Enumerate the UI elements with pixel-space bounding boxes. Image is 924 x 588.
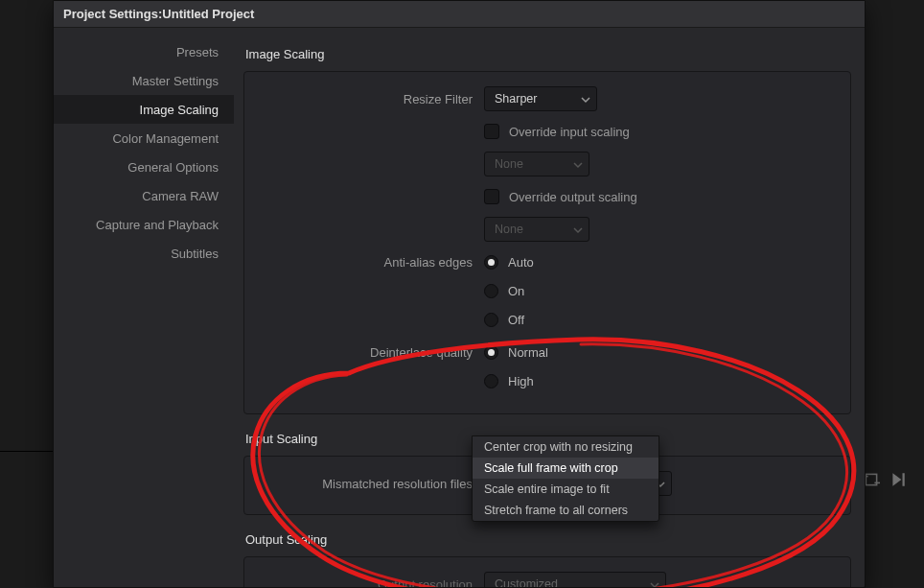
radio-label-deinterlace-high: High xyxy=(508,374,534,388)
chevron-down-icon xyxy=(573,225,581,233)
label-override-output-scaling: Override output scaling xyxy=(509,190,637,204)
skip-next-icon[interactable] xyxy=(889,471,907,488)
sidebar: Presets Master Settings Image Scaling Co… xyxy=(54,28,234,587)
svg-marker-3 xyxy=(892,473,901,486)
radio-label-anti-alias-on: On xyxy=(508,284,524,298)
dropdown-item-scale-fit[interactable]: Scale entire image to fit xyxy=(473,479,658,500)
panel-output-scaling: Output resolution Customized For 1080 xyxy=(243,556,851,587)
label-output-resolution: Output resolution xyxy=(258,577,484,588)
svg-rect-4 xyxy=(903,473,905,486)
project-settings-dialog: Project Settings: Untitled Project Prese… xyxy=(53,0,866,588)
main-panel: Image Scaling Resize Filter Sharper xyxy=(234,28,865,587)
radio-anti-alias-off[interactable] xyxy=(484,313,498,327)
label-anti-alias-edges: Anti-alias edges xyxy=(258,255,484,270)
radio-label-deinterlace-normal: Normal xyxy=(508,345,548,360)
chevron-down-icon xyxy=(581,95,589,103)
radio-anti-alias-auto[interactable] xyxy=(484,255,498,270)
dropdown-item-scale-full-crop[interactable]: Scale full frame with crop xyxy=(473,458,658,479)
radio-label-anti-alias-off: Off xyxy=(508,313,524,327)
label-mismatched-resolution: Mismatched resolution files xyxy=(258,477,484,491)
titlebar-prefix: Project Settings: xyxy=(63,7,162,21)
select-override-input-scaling: None xyxy=(484,152,589,176)
sidebar-item-general-options[interactable]: General Options xyxy=(54,153,234,181)
radio-anti-alias-on[interactable] xyxy=(484,284,498,298)
dropdown-item-stretch[interactable]: Stretch frame to all corners xyxy=(473,500,658,521)
sidebar-item-camera-raw[interactable]: Camera RAW xyxy=(54,181,234,210)
sidebar-item-capture-playback[interactable]: Capture and Playback xyxy=(54,210,234,239)
radio-deinterlace-high[interactable] xyxy=(484,374,498,388)
chevron-down-icon xyxy=(573,160,581,168)
sidebar-item-color-management[interactable]: Color Management xyxy=(54,124,234,153)
chevron-down-icon xyxy=(650,580,658,587)
titlebar-project-name: Untitled Project xyxy=(162,7,254,21)
section-title-output-scaling: Output Scaling xyxy=(245,532,851,547)
select-override-output-scaling: None xyxy=(484,217,589,242)
panel-image-scaling: Resize Filter Sharper Override in xyxy=(243,71,851,414)
dropdown-mismatched-resolution[interactable]: Center crop with no resizing Scale full … xyxy=(472,435,659,522)
radio-deinterlace-normal[interactable] xyxy=(484,345,498,360)
dialog-titlebar: Project Settings: Untitled Project xyxy=(54,1,865,28)
sidebar-item-presets[interactable]: Presets xyxy=(54,37,234,66)
label-override-input-scaling: Override input scaling xyxy=(509,125,630,139)
radio-label-anti-alias-auto: Auto xyxy=(508,255,534,270)
select-output-resolution[interactable]: Customized xyxy=(484,572,666,587)
label-deinterlace-quality: Deinterlace quality xyxy=(258,345,484,360)
checkbox-override-input-scaling[interactable] xyxy=(484,124,499,139)
sidebar-item-subtitles[interactable]: Subtitles xyxy=(54,239,234,268)
section-title-image-scaling: Image Scaling xyxy=(245,47,851,61)
sidebar-item-master-settings[interactable]: Master Settings xyxy=(54,66,234,95)
checkbox-override-output-scaling[interactable] xyxy=(484,189,499,204)
dropdown-item-center-crop[interactable]: Center crop with no resizing xyxy=(473,436,658,458)
sidebar-item-image-scaling[interactable]: Image Scaling xyxy=(54,95,234,124)
label-resize-filter: Resize Filter xyxy=(258,92,484,106)
select-resize-filter[interactable]: Sharper xyxy=(484,86,597,111)
